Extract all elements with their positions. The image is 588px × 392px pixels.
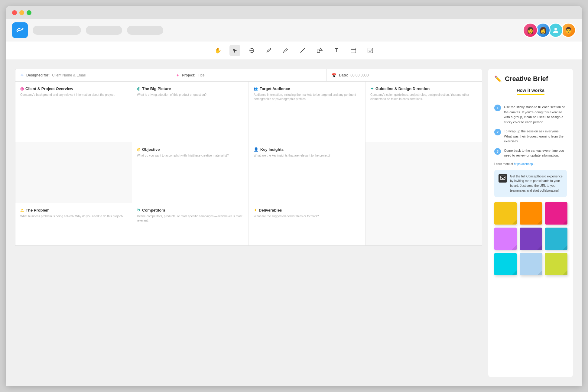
step-2-number: 2 <box>494 129 501 135</box>
close-button[interactable] <box>12 10 17 15</box>
competitors-icon: ↻ <box>137 208 140 212</box>
competitors-desc: Define competitors, products, or most sp… <box>137 214 244 223</box>
promo-icon <box>499 174 507 183</box>
nav-pill-3[interactable] <box>127 26 163 35</box>
sticky-yellow[interactable] <box>494 202 517 225</box>
project-icon: ✦ <box>176 73 180 78</box>
sticky-tool[interactable] <box>348 45 359 56</box>
client-overview-title: ◎ Client & Project Overview <box>20 86 127 91</box>
how-it-works-section: How it works <box>494 88 567 100</box>
client-overview-icon: ◎ <box>20 86 24 91</box>
traffic-lights <box>12 10 31 15</box>
target-audience-title: 👥 Target Audience <box>254 86 360 91</box>
sticky-orange[interactable] <box>520 202 542 225</box>
cursor-tool[interactable] <box>229 45 240 56</box>
checkmark-tool[interactable] <box>365 45 376 56</box>
project-field[interactable]: ✦ Project: Title <box>171 69 327 81</box>
guideline-desc: Company's color, guidelines, project rul… <box>370 93 477 101</box>
the-problem-title: ⚠ The Problem <box>20 208 127 212</box>
step-3-text: Come back to the canvas every time you n… <box>504 148 567 158</box>
competitors-title: ↻ Competitors <box>137 208 244 212</box>
user-avatars: 👩 👩 👨 <box>525 23 576 38</box>
the-problem-icon: ⚠ <box>20 208 24 212</box>
creative-brief-panel: ✏️ Creative Brief How it works 1 Use the… <box>488 69 573 377</box>
app-logo[interactable] <box>12 22 28 38</box>
date-value: 00.00.0000 <box>350 73 369 77</box>
big-picture-cell[interactable]: ◎ The Big Picture What is driving adopti… <box>132 82 249 142</box>
panel-pencil-icon: ✏️ <box>494 75 502 83</box>
competitors-cell[interactable]: ↻ Competitors Define competitors, produc… <box>132 203 249 245</box>
key-insights-icon: 👤 <box>254 147 258 152</box>
the-problem-cell[interactable]: ⚠ The Problem What business problem is b… <box>15 203 132 245</box>
objective-desc: What do you want to accomplish with this… <box>137 154 244 158</box>
guideline-icon: ✦ <box>370 86 374 91</box>
sticky-purple[interactable] <box>520 228 542 250</box>
shapes-tool[interactable] <box>314 45 325 56</box>
objective-row-spacer <box>15 142 132 203</box>
minimize-button[interactable] <box>19 10 24 15</box>
deliverables-cell[interactable]: ✦ Deliverables What are the suggested de… <box>249 203 365 245</box>
guideline-title: ✦ Guideline & Design Direction <box>370 86 477 91</box>
panel-title: Creative Brief <box>505 75 548 83</box>
learn-more-text: Learn more at https://concep... <box>494 162 567 166</box>
sticky-cyan[interactable] <box>545 228 567 250</box>
key-insights-desc: What are the key insights that are relev… <box>254 154 360 158</box>
big-picture-title: ◎ The Big Picture <box>137 86 244 91</box>
client-overview-cell[interactable]: ◎ Client & Project Overview Company's ba… <box>15 82 132 142</box>
objective-icon: ◎ <box>137 147 140 152</box>
key-insights-cell[interactable]: 👤 Key Insights What are the key insights… <box>249 142 365 203</box>
text-tool[interactable]: T <box>331 45 342 56</box>
step-2-text: To wrap up the session ask everyone: Wha… <box>504 129 567 144</box>
svg-point-0 <box>554 28 557 30</box>
main-canvas: ✳ Designed for: Client Name & Email ✦ Pr… <box>15 69 482 377</box>
deliverables-icon: ✦ <box>254 208 257 212</box>
panel-header: ✏️ Creative Brief <box>494 75 567 83</box>
step-3-number: 3 <box>494 148 501 155</box>
deliverables-desc: What are the suggested deliverables or f… <box>254 214 360 219</box>
learn-more-link[interactable]: https://concep... <box>514 162 535 166</box>
maximize-button[interactable] <box>27 10 31 15</box>
avatar-1[interactable]: 👩 <box>523 23 538 38</box>
sticky-light-cyan[interactable] <box>494 253 517 275</box>
sticky-notes-stash <box>494 202 567 275</box>
canvas-header: ✳ Designed for: Client Name & Email ✦ Pr… <box>15 69 482 82</box>
project-label: Project: <box>182 73 196 77</box>
promo-box: Get the full Conceptboard experience by … <box>494 170 567 197</box>
step-1-text: Use the sticky stash to fill each sectio… <box>504 105 567 125</box>
svg-rect-8 <box>368 48 373 53</box>
title-bar <box>6 6 582 19</box>
big-picture-icon: ◎ <box>137 86 140 91</box>
highlighter-tool[interactable] <box>280 45 291 56</box>
nav-pill-1[interactable] <box>33 26 81 35</box>
svg-rect-6 <box>351 48 356 53</box>
designed-for-field[interactable]: ✳ Designed for: Client Name & Email <box>15 69 171 81</box>
nav-pill-2[interactable] <box>86 26 122 35</box>
the-problem-desc: What business problem is being solved? W… <box>20 214 127 219</box>
hand-tool[interactable]: ✋ <box>213 45 223 56</box>
objective-title: ◎ Objective <box>137 147 244 152</box>
svg-marker-5 <box>319 48 322 50</box>
sticky-lavender[interactable] <box>494 228 517 250</box>
deliverables-row-spacer <box>365 203 482 245</box>
eraser-tool[interactable] <box>246 45 257 56</box>
line-tool[interactable] <box>297 45 308 56</box>
big-picture-desc: What is driving adoption of this product… <box>137 93 244 97</box>
step-3: 3 Come back to the canvas every time you… <box>494 148 567 158</box>
step-1: 1 Use the sticky stash to fill each sect… <box>494 105 567 125</box>
sticky-lime[interactable] <box>545 253 567 275</box>
date-icon: 📅 <box>331 73 336 78</box>
sticky-pink[interactable] <box>545 202 567 225</box>
guideline-cell[interactable]: ✦ Guideline & Design Direction Company's… <box>365 82 482 142</box>
target-audience-icon: 👥 <box>254 87 258 91</box>
designed-for-icon: ✳ <box>20 73 24 78</box>
toolbar: ✋ <box>6 41 582 60</box>
nav-bar: 👩 👩 👨 <box>6 19 582 41</box>
project-value: Title <box>198 73 204 77</box>
sticky-light-blue[interactable] <box>520 253 542 275</box>
date-field[interactable]: 📅 Date: 00.00.0000 <box>326 69 482 81</box>
objective-cell[interactable]: ◎ Objective What do you want to accompli… <box>132 142 249 203</box>
target-audience-cell[interactable]: 👥 Target Audience Audience information, … <box>249 82 365 142</box>
pen-tool[interactable] <box>263 45 274 56</box>
canvas-grid: ◎ Client & Project Overview Company's ba… <box>15 82 482 246</box>
designed-for-value: Client Name & Email <box>52 73 86 77</box>
